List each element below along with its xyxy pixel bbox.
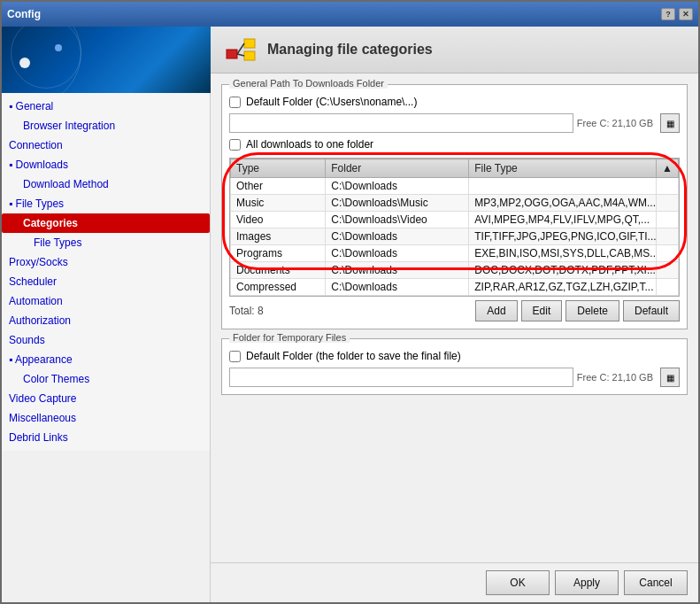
sidebar-item-proxy-socks[interactable]: Proxy/Socks bbox=[2, 252, 210, 272]
cell-folder: C:\Downloads bbox=[326, 178, 469, 195]
table-row[interactable]: Images C:\Downloads TIF,TIFF,JPG,JPEG,PN… bbox=[231, 228, 679, 245]
total-label: Total: 8 bbox=[229, 305, 472, 317]
table-action-buttons: Total: 8 Add Edit Delete Default bbox=[229, 300, 680, 321]
cell-folder: C:\Downloads bbox=[326, 279, 469, 296]
cell-scroll bbox=[657, 212, 679, 228]
cell-type: Other bbox=[231, 178, 326, 195]
cell-folder: C:\Downloads bbox=[326, 262, 469, 279]
apply-button[interactable]: Apply bbox=[555, 570, 619, 595]
sidebar-item-connection[interactable]: Connection bbox=[2, 136, 210, 155]
cell-scroll bbox=[657, 245, 679, 262]
default-button[interactable]: Default bbox=[623, 300, 680, 321]
col-filetype: File Type bbox=[469, 159, 657, 178]
downloads-free-space: Free C: 21,10 GB bbox=[577, 118, 653, 128]
bottom-bar: OK Apply Cancel bbox=[211, 562, 698, 602]
sidebar-panel: ▪ GeneralBrowser IntegrationConnection▪ … bbox=[2, 27, 211, 602]
sidebar-item-file-types2[interactable]: File Types bbox=[2, 233, 210, 252]
sidebar-item-authorization[interactable]: Authorization bbox=[2, 311, 210, 330]
title-bar: Config ? ✕ bbox=[2, 2, 698, 27]
table-row[interactable]: Music C:\Downloads\Music MP3,MP2,OGG,OGA… bbox=[231, 195, 679, 212]
temp-files-inner: Default Folder (the folder to save the f… bbox=[229, 346, 680, 387]
config-window: Config ? ✕ ▪ GeneralBrowser IntegrationC… bbox=[0, 0, 700, 604]
svg-rect-2 bbox=[244, 51, 255, 60]
default-folder-row: Default Folder (C:\Users\noname\...) bbox=[229, 96, 680, 108]
cell-folder: C:\Downloads bbox=[326, 228, 469, 245]
sidebar-item-debrid-links[interactable]: Debrid Links bbox=[2, 428, 210, 447]
svg-line-3 bbox=[237, 43, 244, 54]
table-row[interactable]: Programs C:\Downloads EXE,BIN,ISO,MSI,SY… bbox=[231, 245, 679, 262]
sidebar-item-downloads[interactable]: ▪ Downloads bbox=[2, 155, 210, 174]
cell-scroll bbox=[657, 195, 679, 212]
body-row: ▪ GeneralBrowser IntegrationConnection▪ … bbox=[2, 27, 698, 602]
window-title: Config bbox=[7, 8, 41, 20]
table-row[interactable]: Documents C:\Downloads DOC,DOCX,DOT,DOTX… bbox=[231, 262, 679, 279]
sidebar-item-scheduler[interactable]: Scheduler bbox=[2, 272, 210, 291]
col-scroll: ▲ bbox=[657, 159, 679, 178]
categories-table-container: Type Folder File Type ▲ Other C:\Downloa… bbox=[229, 158, 680, 297]
cell-folder: C:\Downloads\Video bbox=[326, 212, 469, 228]
temp-path-input[interactable]: c:\tmp_1 bbox=[229, 368, 573, 387]
temp-default-checkbox[interactable] bbox=[229, 351, 241, 362]
col-folder: Folder bbox=[326, 159, 469, 178]
cell-type: Images bbox=[231, 228, 326, 245]
ok-button[interactable]: OK bbox=[486, 570, 550, 595]
temp-browse-button[interactable]: ▦ bbox=[660, 368, 680, 387]
downloads-path-group: General Path To Downloads Folder Default… bbox=[221, 84, 688, 329]
sidebar-item-sounds[interactable]: Sounds bbox=[2, 330, 210, 350]
sidebar-item-general[interactable]: ▪ General bbox=[2, 97, 210, 116]
downloads-path-inner: Default Folder (C:\Users\noname\...) C:\… bbox=[229, 92, 680, 321]
delete-button[interactable]: Delete bbox=[565, 300, 619, 321]
categories-icon bbox=[225, 34, 257, 66]
cell-filetype: ZIP,RAR,AR1Z,GZ,TGZ,LZH,GZIP,T... bbox=[469, 279, 657, 296]
table-row[interactable]: Compressed C:\Downloads ZIP,RAR,AR1Z,GZ,… bbox=[231, 279, 679, 296]
cell-type: Programs bbox=[231, 245, 326, 262]
table-row[interactable]: Other C:\Downloads bbox=[231, 178, 679, 195]
main-header: Managing file categories bbox=[211, 27, 698, 74]
col-type: Type bbox=[231, 159, 326, 178]
cancel-button[interactable]: Cancel bbox=[624, 570, 688, 595]
downloads-browse-button[interactable]: ▦ bbox=[660, 113, 680, 133]
cell-filetype: DOC,DOCX,DOT,DOTX,PDF,PPT,XI... bbox=[469, 262, 657, 279]
close-button[interactable]: ✕ bbox=[679, 8, 693, 20]
sidebar-item-automation[interactable]: Automation bbox=[2, 291, 210, 311]
cell-scroll bbox=[657, 228, 679, 245]
sidebar-items: ▪ GeneralBrowser IntegrationConnection▪ … bbox=[2, 97, 210, 447]
sidebar-item-download-method[interactable]: Download Method bbox=[2, 174, 210, 194]
sidebar-item-video-capture[interactable]: Video Capture bbox=[2, 389, 210, 408]
table-row[interactable]: Video C:\Downloads\Video AVI,MPEG,MP4,FL… bbox=[231, 212, 679, 228]
temp-files-group: Folder for Temporary Files Default Folde… bbox=[221, 338, 688, 395]
edit-button[interactable]: Edit bbox=[521, 300, 563, 321]
cell-scroll bbox=[657, 279, 679, 296]
all-to-one-checkbox[interactable] bbox=[229, 139, 241, 151]
cell-filetype: EXE,BIN,ISO,MSI,SYS,DLL,CAB,MS... bbox=[469, 245, 657, 262]
sidebar-item-color-themes[interactable]: Color Themes bbox=[2, 369, 210, 389]
main-body: General Path To Downloads Folder Default… bbox=[211, 74, 698, 562]
cell-folder: C:\Downloads bbox=[326, 245, 469, 262]
downloads-path-title: General Path To Downloads Folder bbox=[229, 78, 388, 89]
svg-rect-1 bbox=[244, 39, 255, 48]
sidebar-tree: ▪ GeneralBrowser IntegrationConnection▪ … bbox=[2, 93, 211, 451]
help-button[interactable]: ? bbox=[661, 8, 675, 20]
cell-filetype: TIF,TIFF,JPG,JPEG,PNG,ICO,GIF,TI... bbox=[469, 228, 657, 245]
add-button[interactable]: Add bbox=[475, 300, 517, 321]
cell-folder: C:\Downloads\Music bbox=[326, 195, 469, 212]
default-folder-checkbox[interactable] bbox=[229, 97, 241, 108]
temp-default-label: Default Folder (the folder to save the f… bbox=[246, 350, 461, 362]
temp-free-space: Free C: 21,10 GB bbox=[577, 372, 653, 383]
sidebar-item-file-types[interactable]: ▪ File Types bbox=[2, 194, 210, 213]
downloads-path-row: C:\Downloads Free C: 21,10 GB ▦ bbox=[229, 113, 680, 133]
page-title: Managing file categories bbox=[267, 42, 433, 58]
cell-scroll bbox=[657, 262, 679, 279]
temp-path-row: c:\tmp_1 Free C: 21,10 GB ▦ bbox=[229, 368, 680, 387]
sidebar-item-browser-integration[interactable]: Browser Integration bbox=[2, 116, 210, 136]
sidebar-item-miscellaneous[interactable]: Miscellaneous bbox=[2, 408, 210, 428]
sidebar-item-appearance[interactable]: ▪ Appearance bbox=[2, 350, 210, 369]
sidebar-item-categories[interactable]: Categories bbox=[2, 213, 210, 233]
cell-type: Documents bbox=[231, 262, 326, 279]
temp-files-title: Folder for Temporary Files bbox=[229, 332, 350, 343]
title-bar-buttons: ? ✕ bbox=[661, 8, 693, 20]
categories-rows: Other C:\Downloads Music C:\Downloads\Mu… bbox=[231, 178, 679, 296]
downloads-path-input[interactable]: C:\Downloads bbox=[229, 113, 573, 133]
categories-table: Type Folder File Type ▲ Other C:\Downloa… bbox=[230, 159, 679, 296]
cell-filetype: AVI,MPEG,MP4,FLV,IFLV,MPG,QT,... bbox=[469, 212, 657, 228]
